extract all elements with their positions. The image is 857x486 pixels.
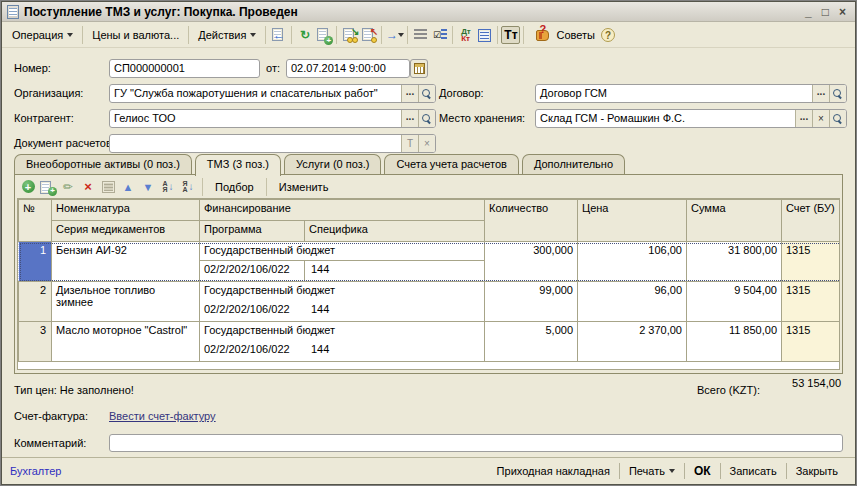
cell-quantity[interactable]: 300,000 (485, 242, 578, 282)
move-down-icon[interactable]: ▼ (139, 179, 157, 195)
maximize-icon[interactable]: □ (822, 5, 829, 19)
minimize-icon[interactable]: _ (805, 5, 812, 19)
report-icon[interactable] (475, 26, 494, 44)
tab-noncurrent-assets[interactable]: Внеоборотные активы (0 поз.) (14, 154, 192, 175)
cell-account[interactable]: 1315 (782, 282, 841, 322)
close-icon[interactable]: × (839, 5, 846, 19)
edit-row-icon[interactable]: ✏ (59, 179, 77, 195)
ok-button[interactable]: ОК (685, 460, 720, 482)
help-icon[interactable]: ? (601, 28, 615, 42)
receipt-note-button[interactable]: Приходная накладная (488, 461, 619, 481)
sort-descending-icon[interactable]: ЯА ↓ (179, 179, 197, 195)
cell-nomenclature[interactable]: Дизельное топливо зимнее (52, 282, 200, 322)
settlement-doc-label: Документ расчетов: (14, 134, 115, 152)
save-button[interactable]: Записать (721, 461, 786, 481)
number-field[interactable]: СП000000001 (109, 59, 260, 78)
warehouse-field[interactable]: Склад ГСМ - Ромашкин Ф.С. ... × (535, 109, 847, 128)
cell-nomenclature[interactable]: Масло моторное "Castrol" (52, 322, 200, 362)
clear-button[interactable]: × (418, 135, 435, 152)
cell-nomenclature[interactable]: Бензин АИ-92 (52, 242, 200, 282)
operation-menu-button[interactable]: Операция (6, 26, 79, 44)
receipt-in-icon[interactable]: ↘ (340, 26, 359, 44)
col-header-price[interactable]: Цена (578, 200, 687, 242)
col-header-series[interactable]: Серия медикаментов (52, 221, 200, 242)
counterparty-field[interactable]: Гелиос ТОО ... (109, 109, 436, 128)
title-bar[interactable]: Поступление ТМЗ и услуг: Покупка. Провед… (2, 2, 855, 22)
cell-quantity[interactable]: 5,000 (485, 322, 578, 362)
goto-icon[interactable]: → (385, 26, 404, 44)
post-document-icon[interactable]: ← (269, 26, 288, 44)
table-row[interactable]: 2 Дизельное топливо зимнее Государственн… (19, 282, 841, 322)
move-up-icon[interactable]: ▲ (119, 179, 137, 195)
col-header-account[interactable]: Счет (БУ) (782, 200, 841, 242)
document-window: Поступление ТМЗ и услуг: Покупка. Провед… (1, 1, 856, 485)
tab-services[interactable]: Услуги (0 поз.) (284, 154, 381, 175)
open-button[interactable] (829, 110, 846, 127)
font-settings-button[interactable]: Тт (501, 26, 520, 44)
organization-field[interactable]: ГУ "Служба пожаротушения и спасательных … (109, 84, 436, 103)
delete-row-icon[interactable]: × (79, 179, 97, 195)
close-button[interactable]: Закрыть (787, 461, 847, 481)
comment-label: Комментарий: (14, 437, 86, 449)
comment-input[interactable] (109, 434, 843, 452)
cell-sum[interactable]: 11 850,00 (687, 322, 782, 362)
receipt-out-icon[interactable]: ↖ (359, 26, 378, 44)
calendar-button[interactable] (410, 59, 428, 78)
select-button[interactable]: ... (401, 110, 418, 127)
checkbox-structure-icon[interactable]: ☑ (430, 26, 449, 44)
print-button[interactable]: Печать (620, 461, 684, 481)
open-button[interactable] (418, 85, 435, 102)
tab-settlement-accounts[interactable]: Счета учета расчетов (384, 154, 518, 175)
col-header-num[interactable]: № (19, 200, 52, 242)
contract-field[interactable]: Договор ГСМ ... (535, 84, 847, 103)
tab-tmz[interactable]: ТМЗ (3 поз.) (195, 154, 281, 176)
open-button[interactable] (418, 110, 435, 127)
refresh-icon[interactable]: ↻ (295, 26, 314, 44)
podbor-button[interactable]: Подбор (208, 179, 261, 195)
clear-button[interactable]: × (812, 110, 829, 127)
col-header-nomenclature[interactable]: Номенклатура (52, 200, 200, 221)
tab-additional[interactable]: Дополнительно (522, 154, 625, 175)
table-row[interactable]: 3 Масло моторное "Castrol" Государственн… (19, 322, 841, 362)
cell-sum[interactable]: 31 800,00 (687, 242, 782, 282)
col-header-sum[interactable]: Сумма (687, 200, 782, 242)
cell-sum[interactable]: 9 504,00 (687, 282, 782, 322)
user-role-link[interactable]: Бухгалтер (10, 465, 61, 477)
col-header-quantity[interactable]: Количество (485, 200, 578, 242)
copy-row-icon[interactable]: + (39, 179, 57, 195)
cell-financing[interactable]: Государственный бюджет 02/2/202/106/022 … (200, 322, 485, 362)
cell-account[interactable]: 1315 (782, 242, 841, 282)
tmz-tab-panel: + + ✏ × ▲ ▼ АЯ ↓ ЯА ↓ Подбор Изменить (14, 174, 843, 374)
toolbar-separator (336, 26, 337, 44)
cell-account[interactable]: 1315 (782, 322, 841, 362)
end-edit-icon[interactable] (99, 179, 117, 195)
date-field[interactable]: 02.07.2014 9:00:00 (286, 59, 410, 78)
settlement-doc-field[interactable]: T × (109, 134, 436, 153)
enter-invoice-link[interactable]: Ввести счет-фактуру (109, 410, 216, 422)
sort-ascending-icon[interactable]: АЯ ↓ (159, 179, 177, 195)
toolbar-separator (452, 26, 453, 44)
select-button[interactable]: ... (812, 85, 829, 102)
select-button[interactable]: ... (401, 85, 418, 102)
copy-document-icon[interactable]: + (314, 26, 333, 44)
actions-menu-button[interactable]: Действия (192, 26, 262, 44)
izmenit-button[interactable]: Изменить (272, 179, 336, 195)
cell-price[interactable]: 2 370,00 (578, 322, 687, 362)
type-button[interactable]: T (401, 135, 418, 152)
cell-price[interactable]: 106,00 (578, 242, 687, 282)
dtkt-posting-icon[interactable]: ДтКт (456, 26, 475, 44)
col-header-financing[interactable]: Финансирование (200, 200, 485, 221)
prices-currency-button[interactable]: Цены и валюта... (86, 26, 185, 44)
advice-button[interactable]: ? Советы (527, 23, 600, 47)
add-row-icon[interactable]: + (19, 179, 37, 195)
cell-financing[interactable]: Государственный бюджет 02/2/202/106/022 … (200, 242, 485, 282)
table-row[interactable]: 1 Бензин АИ-92 Государственный бюджет 02… (19, 242, 841, 282)
open-button[interactable] (829, 85, 846, 102)
col-header-program[interactable]: Программа (200, 221, 305, 242)
cell-quantity[interactable]: 99,000 (485, 282, 578, 322)
col-header-specifics[interactable]: Специфика (305, 221, 485, 242)
structure-icon[interactable] (411, 26, 430, 44)
select-button[interactable]: ... (795, 110, 812, 127)
cell-financing[interactable]: Государственный бюджет 02/2/202/106/022 … (200, 282, 485, 322)
cell-price[interactable]: 96,00 (578, 282, 687, 322)
